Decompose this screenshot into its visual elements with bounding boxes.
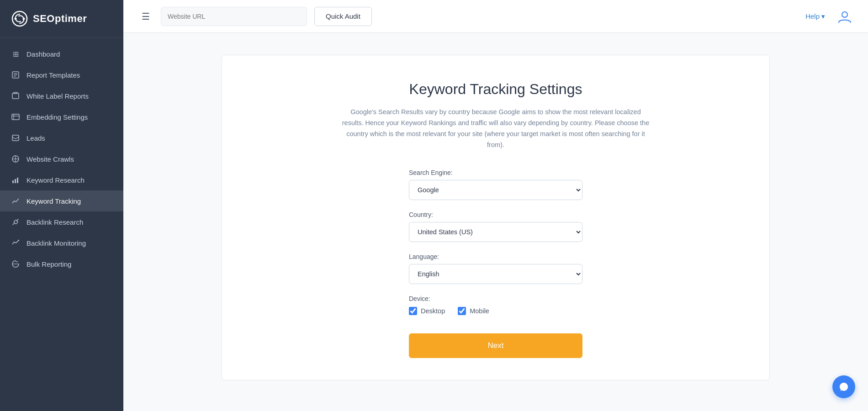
svg-point-2: [23, 18, 25, 20]
sidebar-item-dashboard[interactable]: ⊞ Dashboard: [0, 43, 123, 64]
website-crawls-icon: [11, 154, 20, 163]
hamburger-button[interactable]: ☰: [138, 9, 153, 24]
report-templates-icon: [11, 70, 20, 79]
url-input[interactable]: [161, 7, 307, 26]
language-select[interactable]: English Spanish French German Portuguese: [409, 264, 582, 284]
sidebar-item-leads[interactable]: Leads: [0, 127, 123, 148]
backlink-monitoring-icon: [11, 238, 20, 248]
svg-point-1: [15, 18, 17, 20]
content-area: Keyword Tracking Settings Google's Searc…: [123, 33, 868, 411]
svg-rect-18: [17, 178, 18, 183]
header: ☰ Quick Audit Help ▾: [123, 0, 868, 33]
svg-rect-12: [12, 135, 19, 141]
desktop-label: Desktop: [421, 307, 445, 315]
svg-rect-16: [12, 180, 14, 183]
brand-logo-icon: [11, 10, 28, 27]
mobile-label: Mobile: [470, 307, 489, 315]
search-engine-select[interactable]: Google Bing Yahoo: [409, 180, 582, 200]
sidebar-item-label: Leads: [26, 134, 45, 142]
chat-bubble-button[interactable]: [832, 375, 855, 398]
country-select[interactable]: United States (US) United Kingdom (GB) A…: [409, 222, 582, 242]
device-checkboxes: Desktop Mobile: [409, 307, 582, 315]
device-group: Device: Desktop Mobile: [409, 295, 582, 315]
sidebar: SEOptimer ⊞ Dashboard Report Templates W…: [0, 0, 123, 411]
sidebar-item-white-label-reports[interactable]: White Label Reports: [0, 85, 123, 106]
mobile-checkbox-item[interactable]: Mobile: [458, 307, 489, 315]
desktop-checkbox[interactable]: [409, 307, 417, 315]
sidebar-item-embedding-settings[interactable]: Embedding Settings: [0, 106, 123, 127]
language-label: Language:: [409, 253, 582, 260]
quick-audit-button[interactable]: Quick Audit: [314, 7, 372, 26]
sidebar-item-label: Keyword Tracking: [26, 197, 81, 205]
main-area: ☰ Quick Audit Help ▾ Keyword Tracking Se…: [123, 0, 868, 411]
svg-rect-7: [12, 93, 19, 99]
device-label: Device:: [409, 295, 582, 302]
country-label: Country:: [409, 211, 582, 218]
sidebar-item-label: Report Templates: [26, 71, 80, 79]
language-group: Language: English Spanish French German …: [409, 253, 582, 284]
leads-icon: [11, 133, 20, 142]
dashboard-icon: ⊞: [11, 49, 20, 58]
page-description: Google's Search Results vary by country …: [340, 107, 651, 151]
backlink-research-icon: [11, 217, 20, 227]
mobile-checkbox[interactable]: [458, 307, 466, 315]
sidebar-item-bulk-reporting[interactable]: Bulk Reporting: [0, 253, 123, 274]
sidebar-item-label: Bulk Reporting: [26, 260, 71, 268]
sidebar-item-label: Embedding Settings: [26, 113, 88, 121]
sidebar-item-label: Dashboard: [26, 50, 60, 58]
settings-form: Search Engine: Google Bing Yahoo Country…: [409, 169, 582, 358]
search-engine-label: Search Engine:: [409, 169, 582, 176]
next-button[interactable]: Next: [409, 333, 582, 358]
sidebar-item-keyword-tracking[interactable]: Keyword Tracking: [0, 190, 123, 211]
sidebar-item-keyword-research[interactable]: Keyword Research: [0, 169, 123, 190]
sidebar-item-label: White Label Reports: [26, 92, 89, 100]
country-group: Country: United States (US) United Kingd…: [409, 211, 582, 242]
svg-point-20: [842, 12, 847, 17]
help-label: Help: [805, 12, 820, 20]
sidebar-item-backlink-monitoring[interactable]: Backlink Monitoring: [0, 232, 123, 253]
sidebar-item-label: Website Crawls: [26, 155, 74, 163]
sidebar-item-label: Backlink Research: [26, 218, 83, 226]
bulk-reporting-icon: [11, 259, 20, 269]
svg-rect-17: [15, 179, 16, 183]
help-chevron-icon: ▾: [821, 12, 825, 21]
sidebar-item-website-crawls[interactable]: Website Crawls: [0, 148, 123, 169]
svg-rect-9: [12, 114, 19, 120]
desktop-checkbox-item[interactable]: Desktop: [409, 307, 445, 315]
brand-name: SEOptimer: [33, 13, 87, 25]
page-title: Keyword Tracking Settings: [409, 81, 582, 98]
embedding-icon: [11, 112, 20, 121]
sidebar-item-backlink-research[interactable]: Backlink Research: [0, 211, 123, 232]
user-icon-button[interactable]: [836, 8, 853, 25]
sidebar-logo: SEOptimer: [0, 0, 123, 38]
sidebar-item-label: Keyword Research: [26, 176, 85, 184]
white-label-icon: [11, 91, 20, 100]
search-engine-group: Search Engine: Google Bing Yahoo: [409, 169, 582, 200]
sidebar-item-label: Backlink Monitoring: [26, 239, 86, 247]
settings-card: Keyword Tracking Settings Google's Searc…: [222, 55, 770, 380]
keyword-research-icon: [11, 175, 20, 184]
help-button[interactable]: Help ▾: [805, 12, 825, 21]
keyword-tracking-icon: [11, 196, 20, 206]
sidebar-nav: ⊞ Dashboard Report Templates White Label…: [0, 38, 123, 411]
sidebar-item-report-templates[interactable]: Report Templates: [0, 64, 123, 85]
